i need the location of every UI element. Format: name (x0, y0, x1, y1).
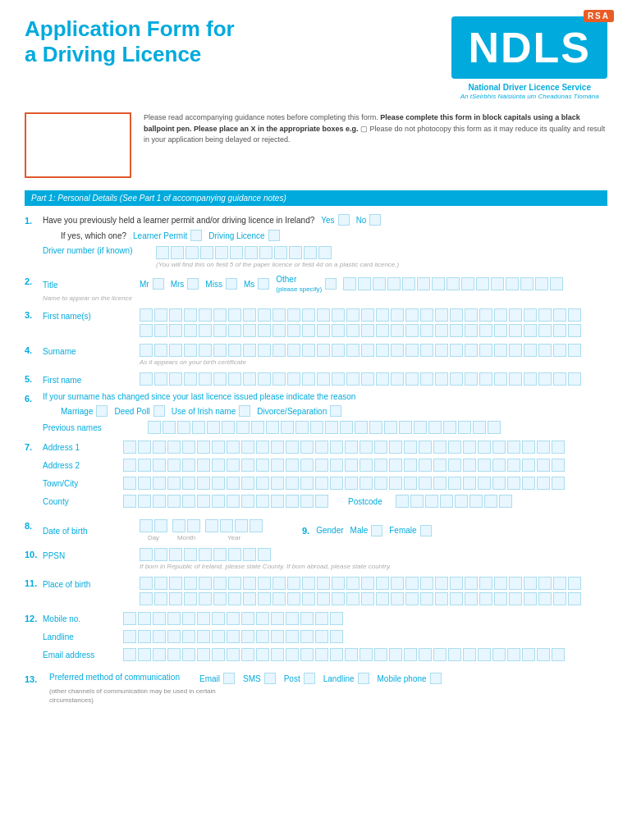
ndls-logo: RSA NDLS National Driver Licence Service… (451, 16, 607, 100)
q6-content: If your surname has changed since your l… (43, 392, 607, 434)
q4-row: 4. Surname As it appears on your birth c… (25, 344, 607, 366)
q1-ifyes-label: If yes, which one? (61, 231, 126, 240)
q4-num: 4. (25, 345, 39, 355)
section1-header: Part 1: Personal Details (See Part 1 of … (25, 190, 607, 206)
q6-row: 6. If your surname has changed since you… (25, 392, 607, 434)
q9-male-checkbox[interactable] (371, 525, 382, 536)
q12-landline-cells (123, 630, 343, 643)
q1-yes-label: Yes (321, 214, 349, 226)
q1-licence-label: Driving Licence (208, 230, 279, 241)
q13-mobile-checkbox[interactable] (430, 673, 442, 684)
q2-other-input (343, 277, 563, 290)
driver-cell-1[interactable] (156, 246, 169, 259)
q10-note: If born in Republic of Ireland, please s… (140, 563, 607, 570)
driver-cell-6[interactable] (230, 246, 243, 259)
q2-mr-checkbox[interactable] (153, 278, 164, 290)
q1-learner-label: Learner Permit (133, 230, 202, 241)
driver-cell-8[interactable] (259, 246, 272, 259)
q9-male: Male (350, 525, 383, 536)
q7-num: 7. (25, 442, 39, 452)
ndls-name: National Driver Licence Service (468, 82, 591, 93)
q9-female-checkbox[interactable] (420, 525, 432, 536)
q7-address1-cells (123, 441, 565, 454)
q3-content: First name(s) (43, 308, 607, 337)
q10-label: PPSN (43, 551, 133, 560)
q2-other-checkbox[interactable] (325, 278, 337, 290)
q2-ms: Ms (244, 278, 269, 290)
q13-main: Preferred method of communication Email … (49, 673, 607, 684)
q7-address2-label: Address 2 (43, 461, 117, 470)
q7-county-cells (123, 495, 328, 508)
q2-ms-checkbox[interactable] (258, 278, 269, 290)
q7-content: Address 1 Address 2 Town/City County Pos… (43, 441, 607, 513)
q6-prev-names-cells (148, 421, 501, 434)
q2-num: 2. (25, 276, 39, 286)
q7-address1-row: Address 1 (43, 441, 607, 454)
q13-row: 13. Preferred method of communication Em… (25, 673, 607, 705)
q6-divorce-checkbox[interactable] (330, 405, 341, 417)
q2-miss-checkbox[interactable] (226, 278, 237, 290)
q8-q9-inline: Date of birth Day Month (43, 519, 607, 541)
q13-sms: SMS (243, 673, 276, 684)
q7-county-label: County (43, 497, 117, 506)
q6-prev-names-label: Previous names (43, 423, 141, 432)
q1-driver-hint: (You will find this on field 5 of the pa… (156, 261, 399, 268)
q13-num: 13. (25, 674, 39, 684)
q12-landline-label: Landline (43, 632, 117, 641)
q12-landline-row: Landline (43, 630, 607, 643)
photo-instructions-block: Please read accompanying guidance notes … (25, 112, 607, 178)
driver-cell-2[interactable] (171, 246, 184, 259)
q5-content: First name (43, 372, 607, 386)
q5-cells (140, 372, 581, 386)
q2-content: Title Mr Mrs Miss Ms Other(please specif… (43, 275, 607, 302)
q10-content: PPSN If born in Republic of Ireland, ple… (43, 548, 607, 570)
q13-email-checkbox[interactable] (223, 673, 235, 684)
q2-inline: Title Mr Mrs Miss Ms Other(please specif… (43, 275, 607, 293)
q13-post-checkbox[interactable] (304, 673, 315, 684)
q1-licence-checkbox[interactable] (268, 230, 280, 241)
q2-mr: Mr (140, 278, 164, 290)
q6-irish-checkbox[interactable] (239, 405, 250, 417)
q12-email-row: Email address (43, 648, 607, 661)
instructions-text: Please read accompanying guidance notes … (144, 112, 607, 178)
driver-cell-3[interactable] (185, 246, 199, 259)
driver-cell-4[interactable] (200, 246, 213, 259)
driver-cell-5[interactable] (215, 246, 228, 259)
q6-deedpoll-checkbox[interactable] (153, 405, 165, 417)
q1-yes-checkbox[interactable] (338, 214, 350, 226)
q6-text: If your surname has changed since your l… (43, 392, 607, 401)
driver-cell-11[interactable] (304, 246, 317, 259)
driver-cell-10[interactable] (289, 246, 302, 259)
driver-cell-9[interactable] (274, 246, 287, 259)
q1-row: 1. Have you previously held a learner pe… (25, 214, 607, 268)
q12-content: Mobile no. Landline Email address (43, 612, 607, 666)
q7-town-row: Town/City (43, 477, 607, 490)
driver-cell-12[interactable] (318, 246, 332, 259)
title-block: Application Form for a Driving Licence (25, 16, 235, 67)
q13-sms-checkbox[interactable] (264, 673, 276, 684)
q11-num: 11. (25, 578, 39, 588)
q3-inline: First name(s) (43, 308, 607, 322)
q5-row: 5. First name (25, 372, 607, 386)
q2-mrs-checkbox[interactable] (187, 278, 199, 290)
q12-mobile-row: Mobile no. (43, 612, 607, 625)
q13-landline-checkbox[interactable] (358, 673, 369, 684)
driver-cell-7[interactable] (245, 246, 258, 259)
q8-content: Date of birth Day Month (43, 519, 607, 541)
q12-email-cells (123, 648, 565, 661)
q9-female: Female (389, 525, 431, 536)
q1-learner-checkbox[interactable] (190, 230, 202, 241)
q7-address2-cells (123, 459, 565, 472)
q2-mrs: Mrs (171, 278, 199, 290)
q4-label: Surname (43, 347, 133, 356)
q10-row: 10. PPSN If born in Republic of Ireland,… (25, 548, 607, 570)
q1-no-checkbox[interactable] (369, 214, 381, 226)
q12-num: 12. (25, 614, 39, 623)
q6-marriage-checkbox[interactable] (96, 405, 108, 417)
q11-cells (140, 577, 581, 590)
q11-inline: Place of birth (43, 577, 607, 590)
photo-box (25, 112, 131, 178)
q4-note: As it appears on your birth certificate (140, 358, 607, 366)
q2-row: 2. Title Mr Mrs Miss Ms Other(please spe… (25, 275, 607, 302)
q11-row: 11. Place of birth (25, 577, 607, 605)
